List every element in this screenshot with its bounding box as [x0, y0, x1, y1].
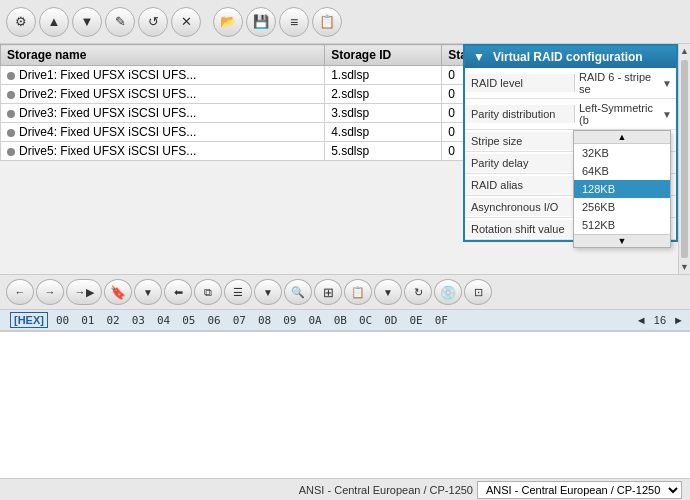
raid-row-label: Parity distribution: [465, 105, 575, 123]
hex-header: [HEX] 000102030405060708090A0B0C0D0E0F ◄…: [0, 310, 690, 331]
down-button[interactable]: ▼: [72, 7, 102, 37]
hex-search-button[interactable]: 🔍: [284, 279, 312, 305]
cell-name: Drive4: Fixed UFSX iSCSI UFS...: [1, 123, 325, 142]
hex-copy-button[interactable]: ⧉: [194, 279, 222, 305]
hex-byte-label: 0E: [409, 314, 422, 327]
raid-row-label: Asynchronous I/O: [465, 198, 575, 216]
hex-save2-button[interactable]: ⊡: [464, 279, 492, 305]
raid-row-label: RAID level: [465, 74, 575, 92]
col-storage-name: Storage name: [1, 45, 325, 66]
raid-value-text: Left-Symmetric (b: [579, 102, 662, 126]
hex-byte-label: 05: [182, 314, 195, 327]
hex-grid-button[interactable]: ⊞: [314, 279, 342, 305]
cell-id: 1.sdlsp: [325, 66, 442, 85]
hex-next-button[interactable]: →: [36, 279, 64, 305]
stripe-dropdown-menu: ▲32KB64KB128KB256KB512KB▼: [573, 130, 671, 248]
raid-row: RAID levelRAID 6 - stripe se▼: [465, 68, 676, 99]
raid-row-label: RAID alias: [465, 176, 575, 194]
raid-panel-title: Virtual RAID configuration: [493, 50, 643, 64]
up-button[interactable]: ▲: [39, 7, 69, 37]
dropdown-scroll-down[interactable]: ▼: [574, 234, 670, 247]
raid-row-value[interactable]: RAID 6 - stripe se▼: [575, 68, 676, 98]
stripe-size-option[interactable]: 512KB: [574, 216, 670, 234]
hex-prev-button[interactable]: ←: [6, 279, 34, 305]
save-button[interactable]: 💾: [246, 7, 276, 37]
hex-label: [HEX]: [10, 312, 48, 328]
raid-panel-header: ▼ Virtual RAID configuration: [465, 46, 676, 68]
hex-byte-label: 0D: [384, 314, 397, 327]
hex-byte-label: 0B: [334, 314, 347, 327]
hex-list-dropdown[interactable]: ▼: [254, 279, 282, 305]
hex-byte-label: 03: [132, 314, 145, 327]
scroll-up-arrow[interactable]: ▲: [679, 44, 690, 58]
hex-byte-label: 06: [207, 314, 220, 327]
hex-byte-label: 04: [157, 314, 170, 327]
encoding-label: ANSI - Central European / CP-1250: [299, 484, 473, 496]
cell-name: Drive3: Fixed UFSX iSCSI UFS...: [1, 104, 325, 123]
hex-byte-label: 07: [233, 314, 246, 327]
hex-byte-label: 0A: [308, 314, 321, 327]
stripe-size-option[interactable]: 32KB: [574, 144, 670, 162]
main-toolbar: ⚙ ▲ ▼ ✎ ↺ ✕ 📂 💾 ≡ 📋: [0, 0, 690, 44]
col-storage-id: Storage ID: [325, 45, 442, 66]
hex-fwd-button[interactable]: →▶: [66, 279, 102, 305]
stripe-size-option[interactable]: 256KB: [574, 198, 670, 216]
undo-button[interactable]: ↺: [138, 7, 168, 37]
main-area: Storage name Storage ID Start sec... Cou…: [0, 44, 690, 500]
dropdown-scroll-up[interactable]: ▲: [574, 131, 670, 144]
right-scrollbar[interactable]: ▲ ▼: [678, 44, 690, 274]
settings-button[interactable]: ⚙: [6, 7, 36, 37]
open-button[interactable]: 📂: [213, 7, 243, 37]
hex-byte-labels: 000102030405060708090A0B0C0D0E0F: [56, 314, 448, 327]
cell-id: 4.sdlsp: [325, 123, 442, 142]
cell-id: 3.sdlsp: [325, 104, 442, 123]
hex-paste-button[interactable]: 📋: [344, 279, 372, 305]
hex-back-button[interactable]: ⬅: [164, 279, 192, 305]
close-button[interactable]: ✕: [171, 7, 201, 37]
dropdown-arrow-icon: ▼: [662, 78, 672, 89]
cell-name: Drive2: Fixed UFSX iSCSI UFS...: [1, 85, 325, 104]
edit-button[interactable]: ✎: [105, 7, 135, 37]
encoding-dropdown[interactable]: ANSI - Central European / CP-1250: [477, 481, 682, 499]
raid-value-text: RAID 6 - stripe se: [579, 71, 662, 95]
cell-id: 5.sdlsp: [325, 142, 442, 161]
hex-disk-button[interactable]: 💿: [434, 279, 462, 305]
hex-page-number: 16: [654, 314, 666, 326]
raid-row-label: Rotation shift value: [465, 220, 575, 238]
table-area: Storage name Storage ID Start sec... Cou…: [0, 44, 690, 274]
hex-list-button[interactable]: ☰: [224, 279, 252, 305]
hex-nav-prev[interactable]: ◄: [636, 314, 647, 326]
dropdown-arrow-icon: ▼: [662, 109, 672, 120]
hex-paste-dropdown[interactable]: ▼: [374, 279, 402, 305]
hex-refresh-button[interactable]: ↻: [404, 279, 432, 305]
cell-name: Drive5: Fixed UFSX iSCSI UFS...: [1, 142, 325, 161]
raid-row: Parity distributionLeft-Symmetric (b▼: [465, 99, 676, 130]
hex-byte-label: 00: [56, 314, 69, 327]
raid-row-label: Parity delay: [465, 154, 575, 172]
layers-button[interactable]: ≡: [279, 7, 309, 37]
export-button[interactable]: 📋: [312, 7, 342, 37]
hex-byte-label: 0F: [435, 314, 448, 327]
hex-navigation: ◄ 16 ►: [636, 314, 684, 326]
hex-nav-next[interactable]: ►: [673, 314, 684, 326]
scroll-down-arrow[interactable]: ▼: [679, 260, 690, 274]
hex-content: [0, 331, 690, 478]
raid-row-value[interactable]: Left-Symmetric (b▼: [575, 99, 676, 129]
cell-id: 2.sdlsp: [325, 85, 442, 104]
collapse-icon[interactable]: ▼: [473, 50, 485, 64]
status-bar: ANSI - Central European / CP-1250 ANSI -…: [0, 478, 690, 500]
hex-byte-label: 09: [283, 314, 296, 327]
stripe-size-option[interactable]: 64KB: [574, 162, 670, 180]
hex-byte-label: 0C: [359, 314, 372, 327]
raid-panel: ▼ Virtual RAID configuration RAID levelR…: [463, 44, 678, 242]
raid-row: Stripe size64KB▼▲32KB64KB128KB256KB512KB…: [465, 130, 676, 152]
hex-byte-label: 02: [106, 314, 119, 327]
hex-byte-label: 01: [81, 314, 94, 327]
hex-byte-label: 08: [258, 314, 271, 327]
hex-toolbar: ← → →▶ 🔖 ▼ ⬅ ⧉ ☰ ▼ 🔍 ⊞ 📋 ▼ ↻ 💿 ⊡: [0, 274, 690, 310]
hex-bookmark-button[interactable]: 🔖: [104, 279, 132, 305]
hex-dropdown-arrow[interactable]: ▼: [134, 279, 162, 305]
raid-row-label: Stripe size: [465, 132, 575, 150]
stripe-size-option[interactable]: 128KB: [574, 180, 670, 198]
scroll-thumb[interactable]: [681, 60, 688, 258]
